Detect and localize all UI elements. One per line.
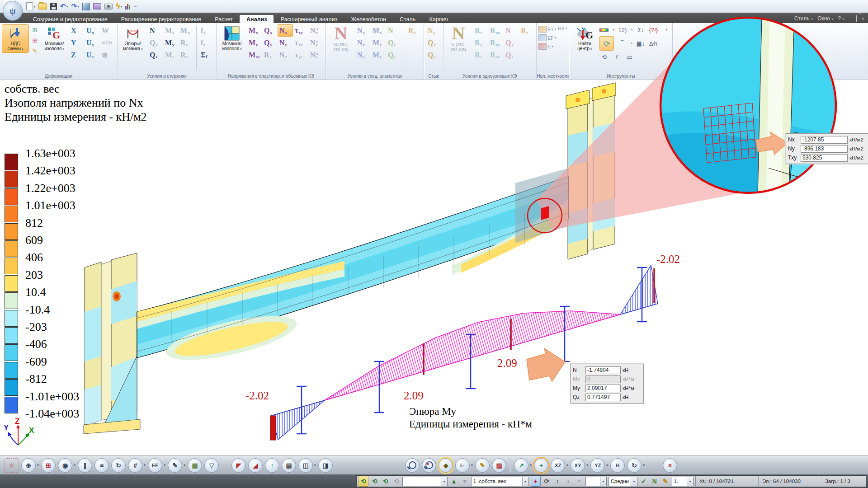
epure-tool-icon[interactable]: ⌒ xyxy=(618,39,627,48)
filter-icon[interactable]: ▽ xyxy=(204,458,219,473)
value-field[interactable]: -896.183 xyxy=(801,145,848,153)
single-node-forces-Ruz[interactable]: R.uz xyxy=(488,49,504,61)
special-forces-Qz[interactable]: Q.z xyxy=(386,49,401,61)
new-document-icon[interactable]: ▾ xyxy=(26,1,35,11)
view-yz-icon[interactable]: YZ xyxy=(590,458,605,473)
stiffness-buttons-E[interactable]: E▾ xyxy=(538,43,557,50)
single-node-forces-Qz[interactable]: Q.z xyxy=(504,49,519,61)
show-grid-icon[interactable]: # xyxy=(128,458,142,473)
window-menu[interactable]: Окно ▾ xyxy=(817,15,833,22)
global-axes-icon[interactable]: × xyxy=(663,458,677,473)
rod-forces-Qy[interactable]: Q.y xyxy=(148,37,163,49)
plate-stresses-Qx[interactable]: Q.x xyxy=(262,24,278,37)
stiffness-ef-icon[interactable]: EF xyxy=(148,458,162,473)
history-3-icon[interactable]: ⟲ xyxy=(381,476,390,486)
screenshot-icon[interactable] xyxy=(104,1,113,11)
edit-pencil-icon[interactable]: ✎ xyxy=(475,458,490,473)
nodes-mesh-icon[interactable]: ⊞ xyxy=(41,458,56,473)
special-forces-Ny[interactable]: N.y xyxy=(355,37,371,49)
single-node-n[interactable]: NN (251,261 КЭ) xyxy=(445,24,472,52)
history-4-icon[interactable]: ⟲ xyxy=(392,476,401,486)
local-axes-icon[interactable]: L· xyxy=(455,458,470,473)
stacked-view-icon[interactable]: ≡ xyxy=(94,458,109,473)
mode-combo[interactable]: ▼ xyxy=(585,477,607,486)
mosaic-load-icon[interactable]: ▦↓ xyxy=(636,39,645,48)
special-forces-Nz[interactable]: N.z xyxy=(355,49,371,61)
special-elements-n[interactable]: NN (252,262 КЭ) xyxy=(328,24,354,52)
check-model-icon[interactable]: {?!} xyxy=(649,25,658,34)
open-file-icon[interactable] xyxy=(38,1,47,11)
next-icon[interactable]: ▼ xyxy=(575,476,584,486)
show-elements-icon[interactable]: ◉ xyxy=(58,458,72,473)
rod-forces-My[interactable]: M.y xyxy=(163,37,179,49)
rod-forces-Ry[interactable]: R.y xyxy=(179,37,194,49)
plate-stresses-τxy[interactable]: τ.xy xyxy=(293,24,308,37)
scheme-initial-icon[interactable]: ⊞ xyxy=(30,25,39,34)
value-field[interactable]: -1207.85 xyxy=(801,136,848,144)
mosaic-isofields-stresses-button[interactable]: Мозаика/изополя ▾ xyxy=(218,24,245,53)
nds-schemes-button[interactable]: НДСсхемы ▾ xyxy=(2,24,29,53)
plate-stresses-Rz[interactable]: R.z xyxy=(262,49,278,61)
special-forces-Mx[interactable]: M.x xyxy=(371,24,386,37)
rotate-icon[interactable]: ⟳ xyxy=(542,476,552,486)
doc-close-button[interactable]: × xyxy=(862,16,864,21)
plate-stresses-Ny[interactable]: Nay xyxy=(308,37,324,49)
plate-stresses-Nx[interactable]: Nax xyxy=(308,24,324,37)
special-forces-rz-Rz[interactable]: R.z xyxy=(406,24,422,37)
history-2-icon[interactable]: ⟲ xyxy=(370,476,379,486)
inverse-fragment-icon[interactable]: ↑ xyxy=(265,458,279,473)
sum-loads-icon[interactable]: Σ↓ xyxy=(636,25,645,34)
n-display-icon[interactable]: N xyxy=(650,476,659,486)
joint-forces-Ny[interactable]: N.y xyxy=(426,24,441,37)
displacement-components-Y[interactable]: Y xyxy=(69,37,85,49)
rod-forces-Qz[interactable]: Q.z xyxy=(148,49,163,61)
lasso-select-icon[interactable]: ☆ xyxy=(5,458,19,473)
timer-icon[interactable]: ◔ xyxy=(661,25,670,34)
scheme-deformed-icon[interactable]: ⊞ xyxy=(30,36,39,45)
frequency-icon[interactable]: f xyxy=(612,52,621,61)
view-xz-icon[interactable]: XZ xyxy=(551,458,565,473)
view-isometric-icon[interactable]: ↗ xyxy=(514,458,528,473)
find-center-button[interactable]: GНайтицентр ▾ xyxy=(571,24,598,53)
single-node-forces-Qy[interactable]: Q.y xyxy=(504,37,519,49)
section-view-icon[interactable]: ◫ xyxy=(298,458,313,473)
save-file-icon[interactable] xyxy=(50,1,57,11)
single-node-forces-Rz[interactable]: R.z xyxy=(473,49,488,61)
recolor-icon[interactable]: ⟲ xyxy=(599,52,609,61)
rod-forces-Mx[interactable]: M.x xyxy=(163,24,179,37)
measure-ruler-icon[interactable]: ✎ xyxy=(30,46,39,55)
average-combo[interactable]: Средни▼ xyxy=(609,477,637,486)
show-nodes-icon[interactable]: ⊕ xyxy=(21,458,36,473)
delta-h-icon[interactable]: Δ∕h xyxy=(649,39,658,48)
numbering-icon[interactable]: 12) xyxy=(618,25,627,34)
qat-overflow-icon[interactable]: ⋯ xyxy=(133,1,138,11)
help-menu[interactable]: ? ▾ xyxy=(838,15,844,22)
plate-stresses-Mxy[interactable]: M.xy xyxy=(247,49,262,61)
special-forces-N[interactable]: N xyxy=(386,24,401,37)
plate-stresses-Nx[interactable]: N.x xyxy=(278,24,293,37)
plate-stresses-My[interactable]: M.y xyxy=(247,37,262,49)
results-bars-icon[interactable] xyxy=(125,1,130,11)
doc-restore-button[interactable] xyxy=(856,16,857,21)
number-combo[interactable]: 1.▼ xyxy=(672,477,693,486)
select-node-icon[interactable]: + xyxy=(531,476,541,487)
run-analysis-icon[interactable]: ϟ▾ xyxy=(116,1,122,11)
value-field[interactable]: 0.771497 xyxy=(585,394,621,401)
stiffness-buttons-EF[interactable]: EF▾ xyxy=(538,34,557,41)
prev-icon[interactable]: ▲ xyxy=(564,476,573,486)
rotate-view-icon[interactable]: ↻ xyxy=(627,458,642,473)
scale-combo[interactable]: ▼ xyxy=(402,477,448,486)
plate-stresses-Nz[interactable]: Naz xyxy=(308,49,324,61)
displacement-components-a(X)[interactable]: a(X)▾ xyxy=(100,37,115,49)
plate-stresses-τyz[interactable]: τ.yz xyxy=(293,49,308,61)
view-current-icon[interactable]: + xyxy=(534,458,548,473)
value-field[interactable]: 0 xyxy=(585,375,621,383)
view-front-icon[interactable]: H xyxy=(610,458,625,473)
joint-forces-Qz[interactable]: Q.z xyxy=(426,49,441,61)
single-node-forces-N[interactable]: N xyxy=(504,24,519,37)
value-field[interactable]: 530.825 xyxy=(801,154,848,162)
scale-down-icon[interactable]: ▼ xyxy=(460,476,469,486)
redo-icon[interactable]: ↷▾ xyxy=(71,1,80,11)
fragment-restore-icon[interactable]: ◢ xyxy=(248,458,263,473)
scale-up-icon[interactable]: ▲ xyxy=(449,476,458,486)
